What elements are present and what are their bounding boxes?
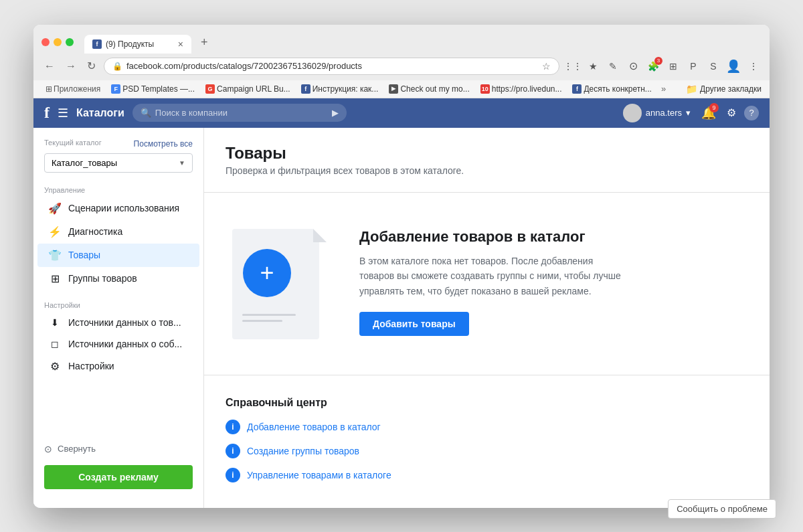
tab-favicon: f <box>92 39 102 49</box>
grid-button[interactable]: ⊞ <box>665 58 681 74</box>
help-button[interactable]: ? <box>744 106 759 120</box>
browser-window: f (9) Продукты × + ← → ↻ 🔒 facebook.com/… <box>33 25 770 508</box>
bookmark-campaign[interactable]: G Campaign URL Bu... <box>201 83 294 95</box>
sidebar-bottom: ⊙ Свернуть Создать рекламу <box>33 432 203 497</box>
help-section: Справочный центр i Добавление товаров в … <box>226 391 748 482</box>
sidebar-item-products[interactable]: 👕 Товары <box>37 244 199 267</box>
sidebar-item-data-sources-events[interactable]: ◻ Источники данных о соб... <box>37 333 199 355</box>
campaign-favicon: G <box>205 84 215 94</box>
collapse-button[interactable]: ⊙ Свернуть <box>44 440 193 458</box>
bookmark-livedun[interactable]: 10 https://pro.livedun... <box>476 83 566 95</box>
skype-button[interactable]: S <box>705 58 721 74</box>
view-all-link[interactable]: Посмотреть все <box>134 139 193 149</box>
product-groups-icon: ⊞ <box>48 272 62 285</box>
help-item-add-products[interactable]: i Добавление товаров в каталог <box>226 420 748 434</box>
sidebar-item-product-groups[interactable]: ⊞ Группы товаров <box>37 267 199 290</box>
bookmark-campaign-label: Campaign URL Bu... <box>217 84 290 94</box>
paper-lines <box>242 314 296 326</box>
search-submit-icon[interactable]: ▶ <box>332 108 339 118</box>
current-catalog-label: Текущий каталог <box>44 139 102 147</box>
edit-button[interactable]: ✎ <box>605 58 621 74</box>
help-link-add-products[interactable]: Добавление товаров в каталог <box>247 422 381 432</box>
catalog-dropdown[interactable]: Каталог_товары ▼ <box>44 153 193 173</box>
maximize-dot[interactable] <box>66 38 74 46</box>
tab-close-button[interactable]: × <box>178 39 183 50</box>
products-icon: 👕 <box>48 249 62 262</box>
settings-icon[interactable]: ⚙ <box>727 106 736 119</box>
sidebar-data-sources-products-label: Источники данных о тов... <box>68 317 181 328</box>
title-bar: f (9) Продукты × + <box>33 25 770 54</box>
sidebar-item-diagnostics[interactable]: ⚡ Диагностика <box>37 220 199 244</box>
url-text: facebook.com/products/catalogs/720023675… <box>126 61 538 71</box>
notification-badge: 9 <box>709 103 719 112</box>
apps-grid-icon: ⊞ <box>46 84 52 94</box>
hamburger-icon[interactable]: ☰ <box>58 106 68 120</box>
sidebar-item-product-groups-label: Группы товаров <box>68 273 137 284</box>
minimize-dot[interactable] <box>54 38 62 46</box>
reload-button[interactable]: ↻ <box>84 58 98 74</box>
bookmark-star-button[interactable]: ★ <box>585 58 601 74</box>
extensions-button[interactable]: ⋮⋮ <box>565 58 581 74</box>
add-products-button[interactable]: Добавить товары <box>359 312 469 336</box>
fb-main: Текущий каталог Посмотреть все Каталог_т… <box>33 128 770 508</box>
create-ad-button[interactable]: Создать рекламу <box>44 465 193 489</box>
active-tab[interactable]: f (9) Продукты × <box>84 35 191 54</box>
back-button[interactable]: ← <box>41 59 58 74</box>
diagnostics-icon: ⚡ <box>48 226 62 238</box>
profile-icon[interactable]: ⊙ <box>625 58 641 74</box>
empty-state-title: Добавление товаров в каталог <box>359 228 748 246</box>
bookmark-psd[interactable]: F PSD Templates —... <box>107 83 199 95</box>
sidebar-settings-label: Настройки <box>68 361 114 371</box>
notifications-button[interactable]: 🔔 9 <box>699 103 719 123</box>
paper-fold <box>313 229 327 242</box>
paper-line-1 <box>242 314 296 316</box>
sidebar-item-data-sources-products[interactable]: ⬇ Источники данных о тов... <box>37 312 199 333</box>
help-info-icon-3: i <box>226 468 240 482</box>
fb-logo: f <box>44 104 50 122</box>
close-dot[interactable] <box>41 38 50 46</box>
pinterest-button[interactable]: P <box>685 58 701 74</box>
sidebar-item-settings[interactable]: ⚙ Настройки <box>37 355 199 378</box>
collapse-icon: ⊙ <box>44 444 52 454</box>
add-circle: + <box>243 249 291 297</box>
dropdown-arrow-icon: ▼ <box>179 159 185 167</box>
management-label: Управление <box>33 181 203 197</box>
help-item-manage-products[interactable]: i Управление товарами в каталоге <box>226 468 748 482</box>
empty-state-description: В этом каталоге пока нет товаров. После … <box>359 254 627 298</box>
page-subtitle: Проверка и фильтрация всех товаров в это… <box>226 165 748 176</box>
help-link-create-group[interactable]: Создание группы товаров <box>247 446 359 456</box>
scenarios-icon: 🚀 <box>48 202 62 215</box>
bookmark-desyat[interactable]: f Десять конкретн... <box>568 83 655 95</box>
bookmark-checkout-label: Check out my mo... <box>400 84 469 94</box>
facebook-app: f ☰ Каталоги 🔍 ▶ anna.ters ▾ 🔔 9 ⚙ ? <box>33 98 770 508</box>
report-problem-button[interactable]: Сообщить о проблеме <box>668 499 776 519</box>
livedun-favicon: 10 <box>480 84 490 94</box>
sidebar-item-diagnostics-label: Диагностика <box>68 226 122 237</box>
bookmark-apps-label: Приложения <box>54 84 100 94</box>
bookmark-checkout[interactable]: ▶ Check out my mo... <box>385 83 473 95</box>
paper-line-2 <box>242 320 282 322</box>
sidebar-item-scenarios[interactable]: 🚀 Сценарии использования <box>37 197 199 220</box>
bookmark-apps[interactable]: ⊞ Приложения <box>41 83 104 95</box>
star-icon[interactable]: ☆ <box>542 61 551 72</box>
help-item-create-group[interactable]: i Создание группы товаров <box>226 444 748 458</box>
url-bar[interactable]: 🔒 facebook.com/products/catalogs/7200236… <box>104 58 559 75</box>
fb-search[interactable]: 🔍 ▶ <box>132 104 347 122</box>
bookmarks-more[interactable]: » <box>658 84 668 94</box>
bookmarks-bar: ⊞ Приложения F PSD Templates —... G Camp… <box>33 80 770 98</box>
search-icon: 🔍 <box>141 108 151 118</box>
new-tab-button[interactable]: + <box>194 31 215 54</box>
account-button[interactable]: 👤 <box>725 58 741 74</box>
more-button[interactable]: ⋮ <box>745 58 762 74</box>
search-input[interactable] <box>155 108 328 118</box>
help-link-manage-products[interactable]: Управление товарами в каталоге <box>247 470 391 480</box>
plus-icon: + <box>260 261 274 285</box>
sidebar-item-products-label: Товары <box>68 250 100 260</box>
data-sources-products-icon: ⬇ <box>48 317 62 328</box>
bookmark-instrukcia[interactable]: f Инструкция: как... <box>297 83 383 95</box>
user-dropdown-icon: ▾ <box>686 108 691 118</box>
forward-button[interactable]: → <box>63 59 79 74</box>
extensions-puzzle-button[interactable]: 🧩3 <box>645 58 661 74</box>
other-bookmarks[interactable]: 📁 Другие закладки <box>686 84 762 94</box>
user-menu[interactable]: anna.ters ▾ <box>623 104 691 122</box>
